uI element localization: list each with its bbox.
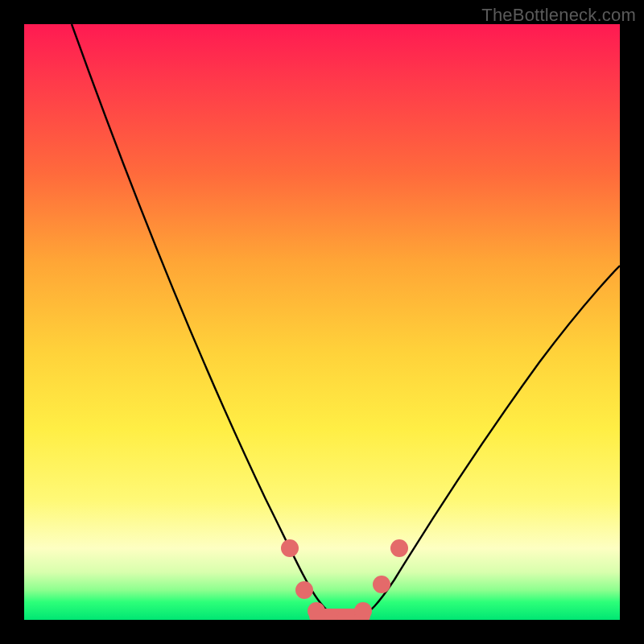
plot-area [24,24,620,620]
marker-right-lower [373,576,390,593]
bottleneck-curve [72,24,620,616]
marker-left-lower [295,581,313,599]
chart-svg [24,24,620,620]
watermark-text: TheBottleneck.com [481,5,636,26]
chart-frame: TheBottleneck.com [0,0,644,644]
marker-bottom-4 [354,602,372,620]
marker-right-upper [390,539,408,557]
marker-left-upper [281,539,299,557]
